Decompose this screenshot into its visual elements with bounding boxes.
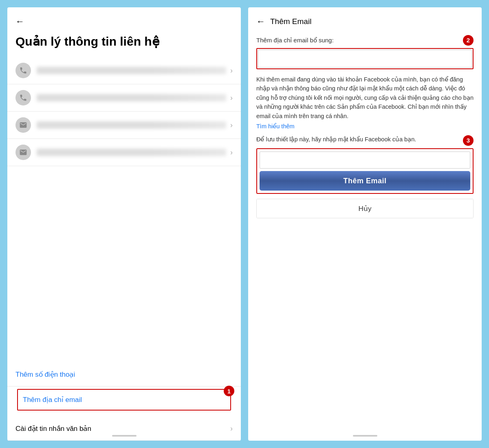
right-header-title: Thêm Email xyxy=(270,17,311,26)
step3-badge: 3 xyxy=(463,135,474,146)
phone-icon-2 xyxy=(15,90,31,105)
scroll-indicator-right xyxy=(353,435,377,437)
email-input[interactable] xyxy=(258,50,472,68)
save-note: Để lưu thiết lập này, hãy nhập mật khẩu … xyxy=(256,135,460,143)
contact-item-email2[interactable]: › xyxy=(7,139,241,166)
chevron-right-3: › xyxy=(230,121,233,130)
add-email-highlighted-box: 1 Thêm địa chỉ email xyxy=(17,389,231,411)
chevron-right-2: › xyxy=(230,94,233,102)
back-arrow-left[interactable]: ← xyxy=(15,16,24,27)
settings-item[interactable]: Cài đặt tin nhắn văn bản › xyxy=(7,417,241,441)
left-panel: ← Quản lý thông tin liên hệ › › xyxy=(7,7,241,441)
learn-more-link[interactable]: Tìm hiểu thêm xyxy=(256,123,474,130)
blurred-phone-1 xyxy=(37,67,226,74)
chevron-right-1: › xyxy=(230,66,233,75)
back-arrow-right[interactable]: ← xyxy=(256,16,265,27)
blurred-phone-2 xyxy=(37,94,226,101)
right-panel: ← Thêm Email Thêm địa chỉ email bổ sung:… xyxy=(248,7,482,441)
right-content: Thêm địa chỉ email bổ sung: 2 Khi thêm e… xyxy=(248,31,482,441)
password-submit-wrapper: Thêm Email xyxy=(256,148,474,194)
step2-badge: 2 xyxy=(463,35,474,46)
contact-item-email1[interactable]: › xyxy=(7,112,241,139)
add-email-link[interactable]: Thêm địa chỉ email xyxy=(18,390,230,410)
cancel-button[interactable]: Hủy xyxy=(257,199,473,218)
blurred-email-2 xyxy=(37,149,226,156)
right-header: ← Thêm Email xyxy=(248,7,482,31)
contact-item-phone1[interactable]: › xyxy=(7,57,241,84)
email-icon-1 xyxy=(15,117,31,133)
contact-item-phone2[interactable]: › xyxy=(7,84,241,112)
settings-label: Cài đặt tin nhắn văn bản xyxy=(15,424,91,433)
description-text: Khi thêm email đang dùng vào tài khoản F… xyxy=(256,75,474,121)
settings-chevron: › xyxy=(230,424,233,433)
password-input[interactable] xyxy=(260,152,470,169)
add-phone-row[interactable]: Thêm số điện thoại xyxy=(7,363,241,387)
contact-list: › › › xyxy=(7,57,241,363)
scroll-indicator-left xyxy=(112,435,137,437)
page-title: Quản lý thông tin liên hệ xyxy=(7,31,241,57)
add-phone-link[interactable]: Thêm số điện thoại xyxy=(15,370,75,379)
email-section-label: Thêm địa chỉ email bổ sung: xyxy=(256,37,334,44)
chevron-right-4: › xyxy=(230,148,233,157)
blurred-email-1 xyxy=(37,121,226,129)
email-input-wrapper xyxy=(256,48,474,69)
phone-icon-1 xyxy=(15,63,31,78)
submit-button[interactable]: Thêm Email xyxy=(260,171,470,191)
step1-badge: 1 xyxy=(224,386,234,396)
left-header: ← xyxy=(7,7,241,31)
email-icon-2 xyxy=(15,145,31,160)
cancel-btn-wrapper: Hủy xyxy=(256,199,474,218)
email-label-row: Thêm địa chỉ email bổ sung: 2 xyxy=(256,35,474,46)
